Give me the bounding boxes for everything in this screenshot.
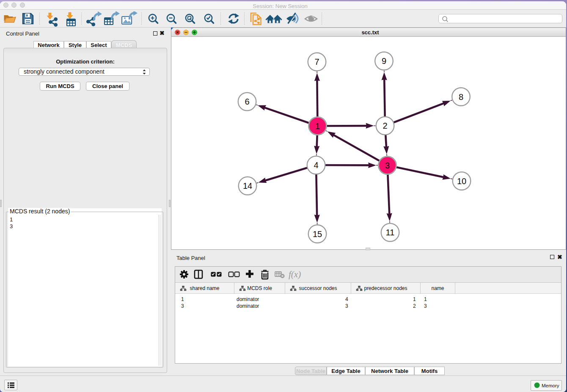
svg-text:3: 3 (385, 161, 390, 170)
svg-text:14: 14 (243, 181, 252, 190)
svg-text:7: 7 (314, 57, 319, 66)
svg-text:f(x): f(x) (289, 269, 301, 279)
svg-text:2: 2 (383, 121, 387, 130)
svg-text:10: 10 (457, 177, 466, 186)
svg-text:4: 4 (314, 160, 318, 170)
svg-text:9: 9 (382, 56, 386, 66)
svg-text:11: 11 (386, 228, 395, 237)
svg-text:1: 1 (315, 121, 320, 131)
svg-text:15: 15 (313, 229, 322, 239)
svg-text:6: 6 (245, 97, 249, 106)
svg-text:8: 8 (459, 92, 463, 102)
